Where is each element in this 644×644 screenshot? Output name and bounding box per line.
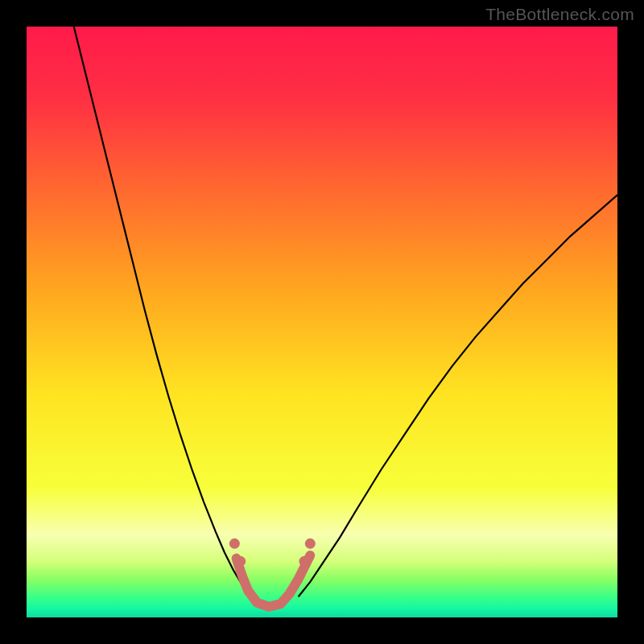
plot-area (27, 27, 617, 617)
series-left-curve (74, 27, 251, 597)
trough-dot (229, 539, 240, 549)
trough-dot (235, 556, 246, 567)
series-right-curve (299, 195, 617, 597)
chart-curves (27, 27, 617, 617)
chart-frame: TheBottleneck.com (0, 0, 644, 644)
trough-dot (299, 556, 309, 567)
series-trough-segment (237, 555, 311, 607)
watermark-label: TheBottleneck.com (485, 5, 634, 24)
trough-dot (305, 539, 316, 549)
